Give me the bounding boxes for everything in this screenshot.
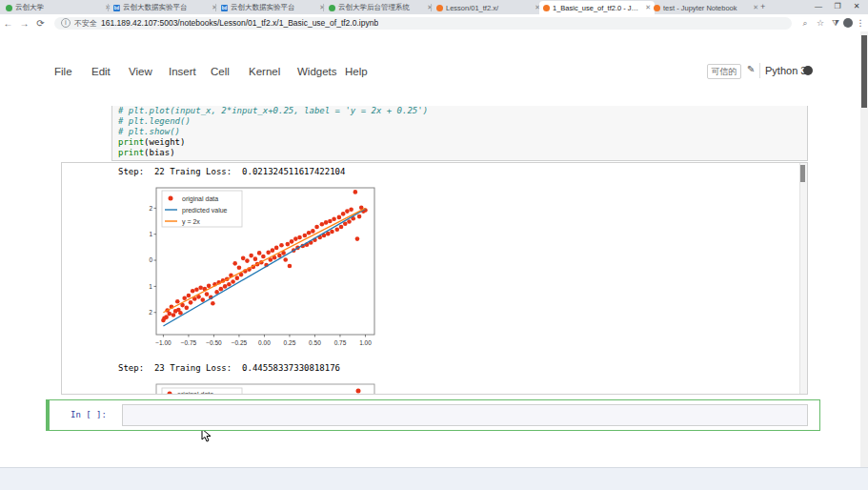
output-scrollbar-track[interactable]	[799, 163, 807, 394]
tab-separator	[431, 4, 432, 11]
tab-favicon: bd	[221, 5, 228, 11]
tab-label: 云创大学后台管理系统	[338, 3, 424, 12]
bookmark-star-icon[interactable]: ☆	[813, 18, 828, 28]
menu-widgets[interactable]: Widgets	[297, 66, 337, 77]
window-close-button[interactable]: ✕	[850, 2, 863, 10]
svg-text:2: 2	[149, 205, 152, 212]
edit-title-pencil-icon[interactable]: ✎	[747, 64, 755, 74]
tab-favicon	[6, 5, 12, 11]
figure-1: −1.00−0.75−0.50−0.250.000.250.500.751.00…	[149, 184, 379, 359]
tab-close-icon[interactable]: ✕	[753, 4, 758, 11]
tab-separator	[108, 4, 109, 11]
svg-text:original data: original data	[182, 195, 218, 203]
browser-address-bar: ← → ⟳ i 不安全 161.189.42.107:5003/notebook…	[0, 14, 868, 32]
figure-2-partial: original data	[149, 381, 379, 394]
browser-tab-6[interactable]: test - Jupyter Notebook ✕	[650, 1, 762, 14]
tab-label: 云创大数据实验平台	[231, 3, 316, 12]
browser-tab-strip: 云创大学 ✕ bd 云创大数据实验平台 ✕ bd 云创大数据实验平台 ✕ 云创大…	[0, 0, 868, 14]
tab-label: Lesson/01_tf2.x/	[446, 4, 532, 12]
code-line: # plt.show()	[112, 127, 807, 137]
svg-text:0.75: 0.75	[334, 339, 347, 346]
menu-kernel[interactable]: Kernel	[249, 66, 280, 77]
browser-tab-0[interactable]: 云创大学 ✕	[2, 1, 114, 14]
tab-label: 1_Basic_use_of_tf2.0 - Jupyter	[553, 4, 642, 12]
zoom-icon[interactable]: ⌕	[797, 18, 813, 29]
tab-label: 云创大数据实验平台	[123, 3, 209, 12]
extensions-icon[interactable]: ⧩	[828, 18, 843, 29]
menu-insert[interactable]: Insert	[169, 66, 196, 77]
kernel-name: Python 3	[765, 65, 806, 76]
output-step23-text: Step: 23 Traing Loss: 0.4455833733081817…	[118, 363, 340, 373]
new-tab-button[interactable]: +	[760, 2, 765, 11]
tab-favicon	[329, 5, 335, 11]
code-cell-input[interactable]: # plt.plot(input_x, 2*input_x+0.25, labe…	[111, 106, 808, 161]
svg-text:y = 2x: y = 2x	[182, 218, 200, 226]
kernel-busy-indicator	[803, 66, 813, 75]
reload-icon[interactable]: ⟳	[32, 18, 49, 29]
svg-text:0: 0	[149, 256, 152, 263]
notebook-body: # plt.plot(input_x, 2*input_x+0.25, labe…	[0, 106, 860, 441]
jupyter-toolbar: ✚ ✂ ↑ ↓ ▶ 运行 ■ ↻ ≫ 代码 ▾	[0, 83, 860, 107]
tab-favicon	[654, 5, 660, 11]
browser-tab-4[interactable]: Lesson/01_tf2.x/ ✕	[433, 1, 544, 14]
url-text: 161.189.42.107:5003/notebooks/Lesson/01_…	[101, 18, 378, 28]
back-icon[interactable]: ←	[0, 18, 16, 29]
window-minimize-button[interactable]: —	[812, 2, 825, 10]
browser-tab-1[interactable]: bd 云创大数据实验平台 ✕	[110, 1, 221, 14]
tab-favicon	[543, 5, 550, 11]
tab-separator	[323, 4, 324, 11]
screen: 云创大学 ✕ bd 云创大数据实验平台 ✕ bd 云创大数据实验平台 ✕ 云创大…	[0, 0, 868, 490]
trusted-button[interactable]: 可信的	[707, 64, 741, 79]
profile-avatar[interactable]	[843, 18, 853, 28]
svg-text:−0.25: −0.25	[232, 339, 248, 346]
scatter-plot: −1.00−0.75−0.50−0.250.000.250.500.751.00…	[149, 184, 379, 356]
svg-text:1.00: 1.00	[359, 339, 372, 346]
svg-text:−2: −2	[149, 309, 152, 316]
output-step22-text: Step: 22 Traing Loss: 0.0213245116174221…	[118, 167, 345, 176]
code-line: # plt.plot(input_x, 2*input_x+0.25, labe…	[112, 106, 807, 116]
menu-cell[interactable]: Cell	[211, 66, 230, 77]
forward-icon[interactable]: →	[16, 18, 32, 29]
browser-tab-3[interactable]: 云创大学后台管理系统 ✕	[325, 1, 436, 14]
menu-help[interactable]: Help	[345, 66, 368, 77]
tab-separator	[215, 4, 216, 11]
code-input-field[interactable]	[122, 404, 808, 426]
tab-favicon	[436, 5, 443, 11]
page-scrollbar-thumb[interactable]	[861, 35, 867, 108]
svg-text:−0.50: −0.50	[206, 339, 222, 346]
menu-edit[interactable]: Edit	[91, 66, 111, 77]
svg-text:predicted value: predicted value	[182, 207, 228, 214]
svg-text:−0.75: −0.75	[181, 339, 197, 346]
svg-text:−1: −1	[149, 283, 152, 290]
code-line: # plt.legend()	[112, 116, 807, 127]
empty-code-cell-selected[interactable]: In [ ]:	[46, 399, 820, 431]
svg-text:0.00: 0.00	[258, 339, 271, 346]
fig2-legend-label: original data	[177, 391, 213, 395]
jupyter-header: jupyter 1_Basic_use_of_tf2.0 最后检查: 2020年…	[0, 31, 860, 59]
code-line: print(bias)	[112, 148, 807, 158]
window-restore-button[interactable]: ❐	[831, 2, 844, 10]
output-scrollbar-thumb[interactable]	[800, 165, 805, 182]
svg-text:0.25: 0.25	[284, 339, 296, 346]
menu-file[interactable]: File	[54, 66, 72, 77]
tab-favicon: bd	[113, 5, 120, 11]
tab-label: test - Jupyter Notebook	[663, 4, 750, 12]
browser-tab-active[interactable]: 1_Basic_use_of_tf2.0 - Jupyter ✕	[539, 1, 655, 14]
browser-tab-2[interactable]: bd 云创大数据实验平台 ✕	[217, 1, 329, 14]
security-label: 不安全	[74, 18, 97, 29]
taskbar: + P ∧ 英 16:44 2020/8/24	[0, 467, 868, 490]
output-scroll-area[interactable]: Step: 22 Traing Loss: 0.0213245116174221…	[61, 162, 808, 395]
menu-view[interactable]: View	[129, 66, 152, 77]
url-omnibox[interactable]: i 不安全 161.189.42.107:5003/notebooks/Less…	[54, 17, 792, 30]
browser-menu-icon[interactable]: ⋮	[853, 18, 868, 28]
svg-text:−1.00: −1.00	[155, 339, 172, 346]
svg-text:0.50: 0.50	[309, 339, 321, 346]
site-info-icon[interactable]: i	[61, 18, 71, 28]
code-line: print(weight)	[112, 137, 807, 148]
divider	[759, 63, 760, 78]
svg-text:1: 1	[149, 231, 152, 237]
tab-label: 云创大学	[15, 3, 102, 12]
input-prompt: In [ ]:	[71, 410, 107, 419]
